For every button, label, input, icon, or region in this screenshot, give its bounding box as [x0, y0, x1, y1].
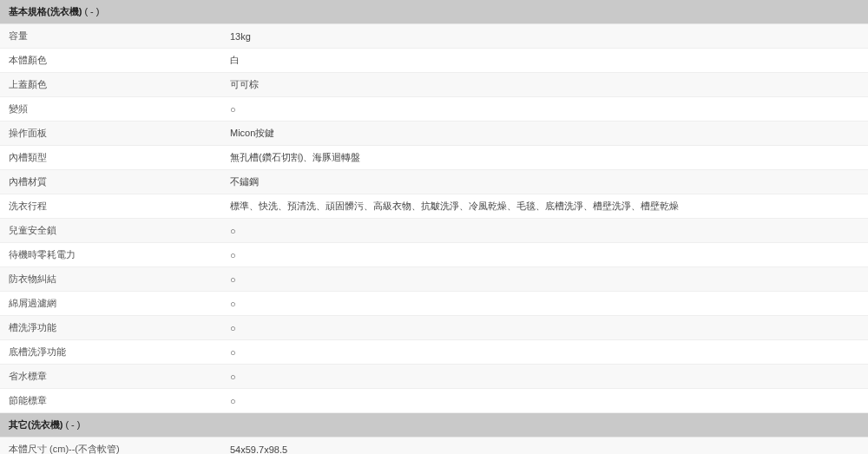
section-body: 容量13kg本體顏色白上蓋顏色可可棕變頻○操作面板Micon按鍵內槽類型無孔槽(…	[0, 23, 868, 413]
spec-table-container: 基本規格(洗衣機) ( - )容量13kg本體顏色白上蓋顏色可可棕變頻○操作面板…	[0, 0, 868, 454]
spec-label: 本體顏色	[0, 49, 221, 72]
spec-label: 槽洗淨功能	[0, 316, 221, 339]
spec-value: ○	[221, 293, 868, 314]
spec-row: 槽洗淨功能○	[0, 316, 868, 340]
spec-label: 待機時零耗電力	[0, 243, 221, 266]
spec-label: 本體尺寸 (cm)--(不含軟管)	[0, 438, 221, 454]
spec-row: 內槽類型無孔槽(鑽石切割)、海豚迴轉盤	[0, 146, 868, 170]
spec-label: 省水標章	[0, 365, 221, 388]
spec-label: 內槽材質	[0, 170, 221, 194]
spec-row: 本體尺寸 (cm)--(不含軟管)54x59.7x98.5	[0, 438, 868, 454]
spec-row: 上蓋顏色可可棕	[0, 73, 868, 97]
spec-value: ○	[221, 269, 868, 290]
spec-row: 內槽材質不鏽鋼	[0, 170, 868, 194]
spec-value: 可可棕	[221, 73, 868, 96]
spec-row: 本體顏色白	[0, 49, 868, 73]
spec-value: ○	[221, 245, 868, 266]
spec-value: 標準、快洗、預清洗、頑固髒污、高級衣物、抗皺洗淨、冷風乾燥、毛毯、底槽洗淨、槽壁…	[221, 194, 868, 218]
spec-value: ○	[221, 366, 868, 387]
spec-label: 洗衣行程	[0, 194, 221, 218]
spec-row: 防衣物糾結○	[0, 267, 868, 292]
spec-label: 容量	[0, 24, 221, 48]
spec-value: 白	[221, 49, 868, 72]
section-title: 基本規格(洗衣機)	[9, 6, 82, 16]
spec-row: 底槽洗淨功能○	[0, 340, 868, 365]
spec-label: 操作面板	[0, 122, 221, 145]
spec-row: 洗衣行程標準、快洗、預清洗、頑固髒污、高級衣物、抗皺洗淨、冷風乾燥、毛毯、底槽洗…	[0, 194, 868, 219]
spec-label: 底槽洗淨功能	[0, 340, 221, 364]
section-header[interactable]: 其它(洗衣機) ( - )	[0, 413, 868, 437]
collapse-indicator-icon[interactable]: ( - )	[84, 6, 99, 16]
spec-value: 13kg	[221, 26, 868, 47]
spec-label: 節能標章	[0, 389, 221, 412]
spec-row: 變頻○	[0, 97, 868, 122]
spec-row: 節能標章○	[0, 389, 868, 413]
collapse-indicator-icon[interactable]: ( - )	[65, 419, 80, 430]
spec-label: 兒童安全鎖	[0, 219, 221, 242]
spec-row: 容量13kg	[0, 24, 868, 49]
spec-value: ○	[221, 99, 868, 120]
section-header[interactable]: 基本規格(洗衣機) ( - )	[0, 0, 868, 23]
spec-value: ○	[221, 220, 868, 241]
spec-label: 內槽類型	[0, 146, 221, 169]
spec-value: ○	[221, 391, 868, 411]
spec-label: 綿屑過濾網	[0, 292, 221, 315]
spec-label: 防衣物糾結	[0, 267, 221, 291]
spec-label: 變頻	[0, 97, 221, 121]
spec-value: 無孔槽(鑽石切割)、海豚迴轉盤	[221, 146, 868, 169]
spec-row: 待機時零耗電力○	[0, 243, 868, 267]
spec-value: 54x59.7x98.5	[221, 439, 868, 455]
section-title: 其它(洗衣機)	[9, 419, 62, 430]
spec-value: Micon按鍵	[221, 122, 868, 145]
spec-label: 上蓋顏色	[0, 73, 221, 96]
spec-row: 省水標章○	[0, 365, 868, 389]
spec-row: 操作面板Micon按鍵	[0, 122, 868, 146]
spec-value: 不鏽鋼	[221, 170, 868, 194]
spec-value: ○	[221, 318, 868, 339]
spec-row: 兒童安全鎖○	[0, 219, 868, 243]
spec-value: ○	[221, 342, 868, 363]
spec-row: 綿屑過濾網○	[0, 292, 868, 316]
section-body: 本體尺寸 (cm)--(不含軟管)54x59.7x98.5外箱尺寸(cm)58 …	[0, 437, 868, 454]
